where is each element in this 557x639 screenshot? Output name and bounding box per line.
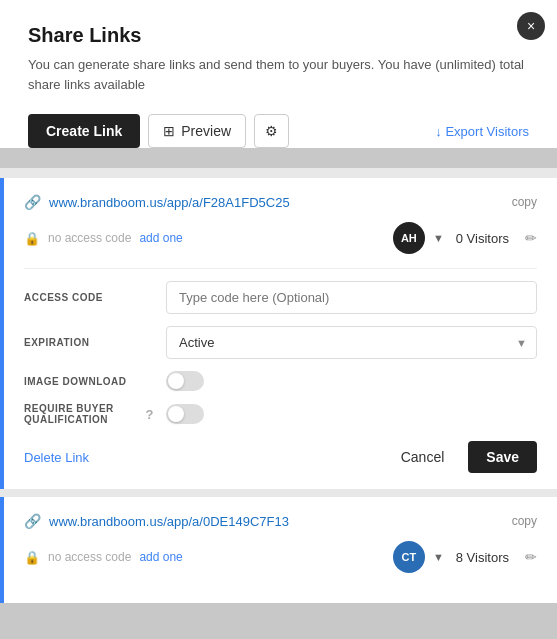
lock-icon-2: 🔒 — [24, 550, 40, 565]
require-buyer-row: REQUIRE BUYER QUALIFICATION ? — [24, 403, 537, 425]
save-button-1[interactable]: Save — [468, 441, 537, 473]
toggle-knob-image — [168, 373, 184, 389]
access-code-input[interactable] — [166, 281, 537, 314]
image-download-toggle[interactable] — [166, 371, 204, 391]
url-row-1: 🔗 www.brandboom.us/app/a/F28A1FD5C25 cop… — [24, 194, 537, 210]
no-access-text-2: no access code — [48, 550, 131, 564]
preview-icon: ⊞ — [163, 123, 175, 139]
action-right-1: Cancel Save — [385, 441, 537, 473]
url-text-2: www.brandboom.us/app/a/0DE149C7F13 — [49, 514, 504, 529]
access-code-label: ACCESS CODE — [24, 292, 154, 303]
copy-button-2[interactable]: copy — [512, 514, 537, 528]
visitors-count-1: 0 Visitors — [456, 231, 509, 246]
chain-icon-2: 🔗 — [24, 513, 41, 529]
edit-button-1[interactable]: ✏ — [525, 230, 537, 246]
panel-header: Share Links You can generate share links… — [0, 0, 557, 148]
access-code-row: ACCESS CODE — [24, 281, 537, 314]
settings-button[interactable]: ⚙ — [254, 114, 289, 148]
access-row-2: 🔒 no access code add one CT ▼ 8 Visitors… — [24, 541, 537, 573]
panel-title: Share Links — [28, 24, 529, 47]
expiration-select-wrapper: Active Expired Custom ▼ — [166, 326, 537, 359]
delete-link-button-1[interactable]: Delete Link — [24, 450, 89, 465]
chain-icon-1: 🔗 — [24, 194, 41, 210]
expiration-row: EXPIRATION Active Expired Custom ▼ — [24, 326, 537, 359]
share-link-card-2: 🔗 www.brandboom.us/app/a/0DE149C7F13 cop… — [0, 497, 557, 603]
visitors-count-2: 8 Visitors — [456, 550, 509, 565]
avatar-dropdown-1[interactable]: ▼ — [433, 232, 444, 244]
share-link-card-1: 🔗 www.brandboom.us/app/a/F28A1FD5C25 cop… — [0, 178, 557, 489]
access-row-1: 🔒 no access code add one AH ▼ 0 Visitors… — [24, 222, 537, 254]
export-visitors-link[interactable]: ↓ Export Visitors — [435, 124, 529, 139]
avatar-1: AH — [393, 222, 425, 254]
expiration-label: EXPIRATION — [24, 337, 154, 348]
close-icon: × — [527, 18, 535, 34]
copy-button-1[interactable]: copy — [512, 195, 537, 209]
panel-subtitle: You can generate share links and send th… — [28, 55, 529, 94]
no-access-text-1: no access code — [48, 231, 131, 245]
cancel-button-1[interactable]: Cancel — [385, 441, 461, 473]
image-download-row: IMAGE DOWNLOAD — [24, 371, 537, 391]
require-buyer-toggle[interactable] — [166, 404, 204, 424]
card-actions-1: Delete Link Cancel Save — [24, 441, 537, 473]
avatar-dropdown-2[interactable]: ▼ — [433, 551, 444, 563]
preview-button[interactable]: ⊞ Preview — [148, 114, 246, 148]
cards-area: 🔗 www.brandboom.us/app/a/F28A1FD5C25 cop… — [0, 168, 557, 603]
expiration-select[interactable]: Active Expired Custom — [166, 326, 537, 359]
create-link-button[interactable]: Create Link — [28, 114, 140, 148]
url-row-2: 🔗 www.brandboom.us/app/a/0DE149C7F13 cop… — [24, 513, 537, 529]
add-one-button-2[interactable]: add one — [139, 550, 182, 564]
toolbar: Create Link ⊞ Preview ⚙ ↓ Export Visitor… — [28, 114, 529, 148]
edit-button-2[interactable]: ✏ — [525, 549, 537, 565]
help-icon: ? — [146, 407, 154, 422]
close-button[interactable]: × — [517, 12, 545, 40]
require-buyer-label: REQUIRE BUYER QUALIFICATION — [24, 403, 140, 425]
lock-icon-1: 🔒 — [24, 231, 40, 246]
add-one-button-1[interactable]: add one — [139, 231, 182, 245]
gear-icon: ⚙ — [265, 123, 278, 139]
image-download-label: IMAGE DOWNLOAD — [24, 376, 154, 387]
toggle-knob-buyer — [168, 406, 184, 422]
require-buyer-label-wrap: REQUIRE BUYER QUALIFICATION ? — [24, 403, 154, 425]
divider-1 — [24, 268, 537, 269]
url-text-1: www.brandboom.us/app/a/F28A1FD5C25 — [49, 195, 504, 210]
avatar-2: CT — [393, 541, 425, 573]
